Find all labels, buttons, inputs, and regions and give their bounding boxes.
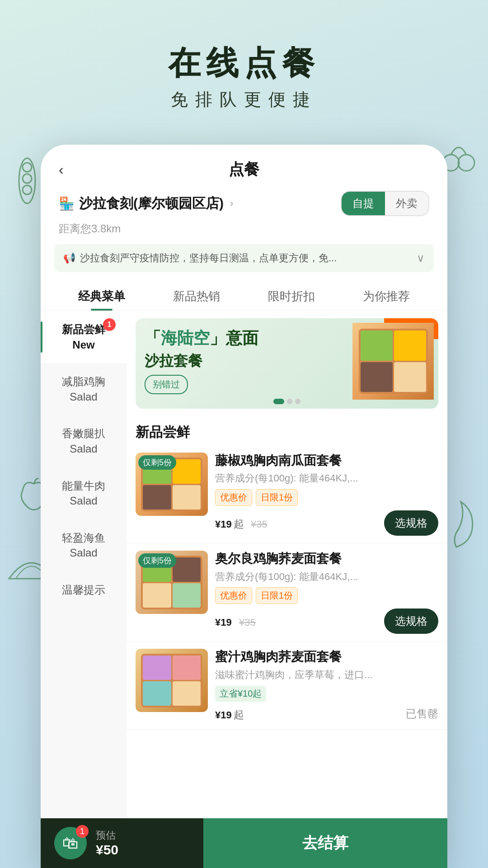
cart-label: 预估 (96, 829, 118, 842)
svg-point-1 (23, 163, 32, 172)
notice-icon: 📢 (63, 252, 75, 264)
product-tags-2: 优惠价 日限1份 (215, 587, 438, 604)
product-item-3: 蜜汁鸡胸肉荞麦面套餐 滋味蜜汁鸡胸肉，应季草莓，进口... 立省¥10起 ¥19… (127, 642, 447, 729)
header-section: 在线点餐 免排队更便捷 (0, 0, 488, 129)
product-price-3: ¥19起 (215, 706, 244, 721)
banner-image (352, 323, 434, 400)
tag-limit-1: 日限1份 (256, 489, 298, 506)
product-image-3 (136, 649, 208, 712)
cart-icon-wrap: 🛍 1 (54, 827, 87, 859)
back-button[interactable]: ‹ (59, 161, 64, 178)
product-select-btn-2[interactable]: 选规格 (384, 609, 438, 634)
sidebar-item-chicken[interactable]: 减脂鸡胸 Salad (41, 363, 127, 415)
store-arrow-icon: › (230, 198, 233, 209)
cart-icon: 🛍 (62, 834, 79, 853)
product-price-row-2: ¥19 ¥35 选规格 (215, 609, 438, 634)
product-desc-3: 滋味蜜汁鸡胸肉，应季草莓，进口... (215, 668, 438, 682)
product-select-btn-1[interactable]: 选规格 (384, 510, 438, 536)
product-price-row-3: ¥19起 已售罄 (215, 706, 438, 722)
tag-discount-1: 优惠价 (215, 489, 252, 506)
product-desc-2: 营养成分(每100g): 能量464KJ,... (215, 570, 438, 584)
tag-discount-2: 优惠价 (215, 587, 252, 604)
svg-point-5 (458, 155, 474, 171)
sidebar-item-beef[interactable]: 能量牛肉 Salad (41, 467, 127, 519)
store-name: 沙拉食刻(摩尔顿园区店) (79, 194, 224, 213)
header-title: 在线点餐 (0, 45, 488, 81)
product-price-2: ¥19 (215, 613, 235, 628)
banner-button[interactable]: 别错过 (145, 375, 188, 394)
cat-tab-new[interactable]: 新品热销 (149, 283, 244, 311)
cart-area[interactable]: 🛍 1 预估 ¥50 (41, 818, 203, 868)
cart-price: ¥50 (96, 842, 118, 858)
cart-info: 预估 ¥50 (96, 829, 118, 858)
nav-bar: ‹ 点餐 (41, 145, 447, 187)
right-content: 新品尝鲜 「海陆空」意面 沙拉套餐 别错过 (127, 311, 447, 868)
svg-point-3 (23, 185, 32, 194)
product-price-1: ¥19起 (215, 515, 247, 530)
bottom-bar: 🛍 1 预估 ¥50 去结算 (41, 818, 447, 868)
product-price-original-2: ¥35 (239, 617, 256, 628)
product-item-1: 仅剩5份 藤椒鸡胸肉南瓜面套餐 营养成分(每100g): 能量464KJ,...… (127, 445, 447, 543)
product-info-3: 蜜汁鸡胸肉荞麦面套餐 滋味蜜汁鸡胸肉，应季草莓，进口... 立省¥10起 ¥19… (215, 649, 438, 722)
sidebar-item-tips[interactable]: 温馨提示 (41, 571, 127, 609)
product-image-1: 仅剩5份 (136, 453, 208, 516)
checkout-button[interactable]: 去结算 (203, 818, 447, 868)
cat-tab-sale[interactable]: 限时折扣 (244, 283, 339, 311)
product-item-2: 仅剩5份 奥尔良鸡胸荞麦面套餐 营养成分(每100g): 能量464KJ,...… (127, 543, 447, 642)
product-name-1: 藤椒鸡胸肉南瓜面套餐 (215, 453, 438, 469)
product-stock-badge-2: 仅剩5份 (138, 553, 176, 568)
product-name-3: 蜜汁鸡胸肉荞麦面套餐 (215, 649, 438, 665)
banner[interactable]: 新品尝鲜 「海陆空」意面 沙拉套餐 别错过 (136, 318, 438, 409)
notice-bar: 📢 沙拉食刻严守疫情防控，坚持每日测温，点单更方便，免... ∨ (54, 244, 434, 272)
store-distance: 距离您3.8km (41, 220, 447, 241)
section-title: 新品尝鲜 (127, 416, 447, 445)
banner-dots (273, 399, 300, 404)
banner-dot-1 (273, 399, 284, 404)
store-tabs: 自提 外卖 (341, 191, 429, 216)
product-tags-1: 优惠价 日限1份 (215, 489, 438, 506)
store-icon: 🏪 (59, 196, 75, 211)
product-price-area-3: ¥19起 (215, 706, 244, 722)
product-desc-1: 营养成分(每100g): 能量464KJ,... (215, 472, 438, 486)
main-content: 新品尝鲜 New 1 减脂鸡胸 Salad 香嫩腿扒 Salad 能量牛肉 Sa… (41, 311, 447, 868)
banner-dot-3 (295, 399, 300, 404)
product-price-area-2: ¥19 ¥35 (215, 613, 256, 629)
svg-point-2 (23, 174, 32, 183)
sidebar: 新品尝鲜 New 1 减脂鸡胸 Salad 香嫩腿扒 Salad 能量牛肉 Sa… (41, 311, 127, 868)
sidebar-item-fish[interactable]: 轻盈海鱼 Salad (41, 519, 127, 571)
tab-pickup[interactable]: 自提 (342, 192, 385, 215)
product-stock-badge-1: 仅剩5份 (138, 455, 176, 470)
cat-tab-recommend[interactable]: 为你推荐 (339, 283, 434, 311)
product-price-area-1: ¥19起 ¥35 (215, 515, 267, 531)
product-info-1: 藤椒鸡胸肉南瓜面套餐 营养成分(每100g): 能量464KJ,... 优惠价 … (215, 453, 438, 536)
product-price-original-1: ¥35 (251, 519, 267, 530)
sidebar-item-leg[interactable]: 香嫩腿扒 Salad (41, 415, 127, 467)
notice-text: 沙拉食刻严守疫情防控，坚持每日测温，点单更方便，免... (80, 251, 417, 265)
page-title: 点餐 (229, 159, 259, 180)
product-image-2: 仅剩5份 (136, 551, 208, 614)
banner-dot-2 (287, 399, 292, 404)
product-sold-out-3: 已售罄 (406, 707, 438, 721)
store-name-area[interactable]: 🏪 沙拉食刻(摩尔顿园区店) › (59, 194, 233, 213)
notice-expand-icon[interactable]: ∨ (417, 252, 425, 264)
cat-tab-classic[interactable]: 经典菜单 (54, 283, 149, 311)
phone-frame: ‹ 点餐 🏪 沙拉食刻(摩尔顿园区店) › 自提 外卖 距离您3.8km 📢 沙… (41, 145, 447, 868)
sidebar-item-new[interactable]: 新品尝鲜 New 1 (41, 311, 127, 363)
svg-point-0 (19, 158, 35, 203)
product-tags-3: 立省¥10起 (215, 686, 438, 702)
product-name-2: 奥尔良鸡胸荞麦面套餐 (215, 551, 438, 567)
cart-badge: 1 (76, 825, 89, 838)
tag-limit-2: 日限1份 (256, 587, 298, 604)
sidebar-badge-new: 1 (103, 318, 116, 331)
tag-save-3: 立省¥10起 (215, 686, 266, 702)
store-row: 🏪 沙拉食刻(摩尔顿园区店) › 自提 外卖 (41, 187, 447, 220)
header-subtitle: 免排队更便捷 (0, 88, 488, 111)
notice-content: 📢 沙拉食刻严守疫情防控，坚持每日测温，点单更方便，免... (63, 251, 417, 265)
category-tabs: 经典菜单 新品热销 限时折扣 为你推荐 (41, 276, 447, 311)
product-price-row-1: ¥19起 ¥35 选规格 (215, 510, 438, 536)
tab-delivery[interactable]: 外卖 (385, 192, 428, 215)
product-info-2: 奥尔良鸡胸荞麦面套餐 营养成分(每100g): 能量464KJ,... 优惠价 … (215, 551, 438, 634)
